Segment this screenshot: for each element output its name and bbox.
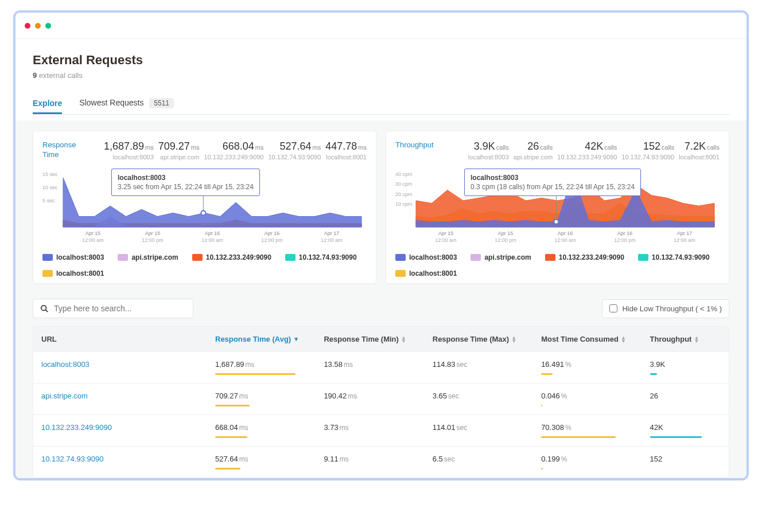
page-subtitle: 9 external calls — [33, 71, 729, 80]
row-url[interactable]: api.stripe.com — [33, 384, 207, 414]
table-row: 10.132.74.93:9090527.64ms9.11ms6.5sec0.1… — [33, 446, 729, 478]
minimize-dot[interactable] — [35, 23, 41, 29]
search-box[interactable] — [33, 299, 193, 318]
legend-item[interactable]: 10.132.74.93:9090 — [285, 253, 357, 261]
svg-text:5 sec: 5 sec — [42, 198, 55, 204]
stat: 1,687.89mslocalhost:8003 — [104, 140, 154, 161]
response-time-panel: Response Time 1,687.89mslocalhost:800370… — [33, 131, 376, 284]
th-url[interactable]: URL — [33, 327, 207, 351]
svg-text:12:00 pm: 12:00 pm — [142, 237, 164, 243]
stat: 3.9Kcallslocalhost:8003 — [468, 140, 509, 161]
table-row: api.stripe.com709.27ms190.42ms3.65sec0.0… — [33, 383, 729, 414]
hide-low-throughput-checkbox[interactable] — [609, 304, 617, 312]
app-window: External Requests 9 external calls Explo… — [13, 10, 749, 480]
legend-item[interactable]: 10.132.233.249:9090 — [545, 253, 624, 261]
table-row: localhost:80031,687.89ms13.58ms114.83sec… — [33, 351, 729, 383]
svg-text:Apr 15: Apr 15 — [438, 230, 454, 236]
svg-text:12:00 am: 12:00 am — [321, 237, 343, 243]
svg-text:12:00 am: 12:00 am — [674, 237, 695, 243]
svg-text:Apr 15: Apr 15 — [85, 230, 101, 236]
stat: 42Kcalls10.132.233.249:9090 — [557, 140, 617, 161]
close-dot[interactable] — [25, 23, 30, 29]
stat: 527.64ms10.132.74.93:9090 — [269, 140, 321, 161]
th-most-time-consumed[interactable]: Most Time Consumed ▲▼ — [533, 327, 642, 351]
svg-line-34 — [46, 310, 48, 312]
svg-text:Apr 17: Apr 17 — [324, 230, 340, 236]
tabs: Explore Slowest Requests 5511 — [33, 92, 729, 115]
stat: 26callsapi.stripe.com — [514, 140, 553, 161]
svg-text:12:00 am: 12:00 am — [82, 237, 104, 243]
sort-icon: ▲▼ — [511, 336, 516, 343]
throughput-panel: Throughput 3.9Kcallslocalhost:800326call… — [386, 131, 729, 284]
svg-text:12:00 pm: 12:00 pm — [261, 237, 283, 243]
svg-point-32 — [554, 220, 558, 224]
svg-text:12:00 am: 12:00 am — [201, 237, 223, 243]
th-response-time-avg[interactable]: Response Time (Avg) ▼ — [207, 327, 316, 351]
th-response-time-min[interactable]: Response Time (Min) ▲▼ — [316, 327, 424, 351]
hide-low-throughput[interactable]: Hide Low Throughput ( < 1% ) — [602, 299, 729, 318]
svg-text:Apr 15: Apr 15 — [498, 230, 514, 236]
titlebar — [15, 13, 747, 39]
legend-item[interactable]: localhost:8001 — [42, 269, 104, 277]
search-input[interactable] — [54, 304, 186, 313]
sort-icon: ▲▼ — [401, 336, 406, 343]
svg-text:30 cpm: 30 cpm — [395, 181, 413, 187]
stat: 447.78mslocalhost:8001 — [325, 140, 367, 161]
svg-text:12:00 pm: 12:00 pm — [614, 237, 636, 243]
svg-text:Apr 17: Apr 17 — [677, 230, 693, 236]
sort-desc-icon: ▼ — [293, 336, 299, 342]
sort-icon: ▲▼ — [694, 336, 699, 343]
stat: 152calls10.132.74.93:9090 — [621, 140, 674, 161]
throughput-title: Throughput — [395, 140, 441, 150]
tab-slowest-badge: 5511 — [149, 98, 174, 108]
svg-text:Apr 16: Apr 16 — [617, 230, 633, 236]
tab-explore[interactable]: Explore — [33, 93, 62, 114]
response-time-chart[interactable]: 15 sec10 sec5 secApr 1512:00 amApr 1512:… — [42, 172, 367, 247]
svg-text:Apr 16: Apr 16 — [205, 230, 220, 236]
stat: 668.04ms10.132.233.249:9090 — [204, 140, 264, 161]
table-row: 10.132.233.249:9090668.04ms3.73ms114.01s… — [33, 414, 729, 446]
svg-text:20 cpm: 20 cpm — [395, 191, 413, 197]
throughput-chart[interactable]: 40 cpm30 cpm20 cpm10 cpmApr 1512:00 amAp… — [395, 172, 720, 247]
th-response-time-max[interactable]: Response Time (Max) ▲▼ — [425, 327, 533, 351]
legend-item[interactable]: api.stripe.com — [471, 253, 531, 261]
row-url[interactable]: 10.132.233.249:9090 — [33, 415, 207, 446]
throughput-legend: localhost:8003api.stripe.com10.132.233.2… — [395, 253, 720, 277]
svg-point-33 — [41, 306, 46, 311]
legend-item[interactable]: localhost:8001 — [395, 269, 457, 277]
legend-item[interactable]: 10.132.233.249:9090 — [192, 253, 271, 261]
legend-item[interactable]: localhost:8003 — [42, 253, 104, 261]
svg-text:12:00 pm: 12:00 pm — [495, 237, 516, 243]
svg-text:Apr 16: Apr 16 — [265, 230, 280, 236]
svg-text:Apr 16: Apr 16 — [558, 230, 573, 236]
page-title: External Requests — [33, 53, 729, 68]
svg-text:12:00 am: 12:00 am — [554, 237, 576, 243]
legend-item[interactable]: localhost:8003 — [395, 253, 457, 261]
stat: 7.2Kcallslocalhost:8001 — [679, 140, 720, 161]
legend-item[interactable]: api.stripe.com — [118, 253, 178, 261]
svg-text:12:00 am: 12:00 am — [435, 237, 457, 243]
svg-text:15 sec: 15 sec — [42, 172, 58, 177]
sort-icon: ▲▼ — [621, 336, 626, 343]
svg-text:Apr 15: Apr 15 — [145, 230, 161, 236]
external-requests-table: URL Response Time (Avg) ▼ Response Time … — [33, 326, 729, 478]
maximize-dot[interactable] — [45, 23, 51, 29]
row-url[interactable]: localhost:8003 — [33, 352, 207, 383]
row-url[interactable]: 10.132.74.93:9090 — [33, 447, 207, 478]
svg-point-15 — [201, 210, 205, 215]
svg-text:10 cpm: 10 cpm — [395, 201, 413, 207]
response-time-legend: localhost:8003api.stripe.com10.132.233.2… — [42, 253, 367, 277]
tab-slowest-requests[interactable]: Slowest Requests 5511 — [79, 92, 174, 114]
svg-text:10 sec: 10 sec — [42, 185, 58, 190]
svg-text:40 cpm: 40 cpm — [395, 172, 413, 177]
response-time-title: Response Time — [42, 140, 88, 160]
legend-item[interactable]: 10.132.74.93:9090 — [638, 253, 710, 261]
th-throughput[interactable]: Throughput ▲▼ — [642, 327, 729, 351]
search-icon — [40, 304, 48, 312]
stat: 709.27msapi.stripe.com — [158, 140, 200, 161]
